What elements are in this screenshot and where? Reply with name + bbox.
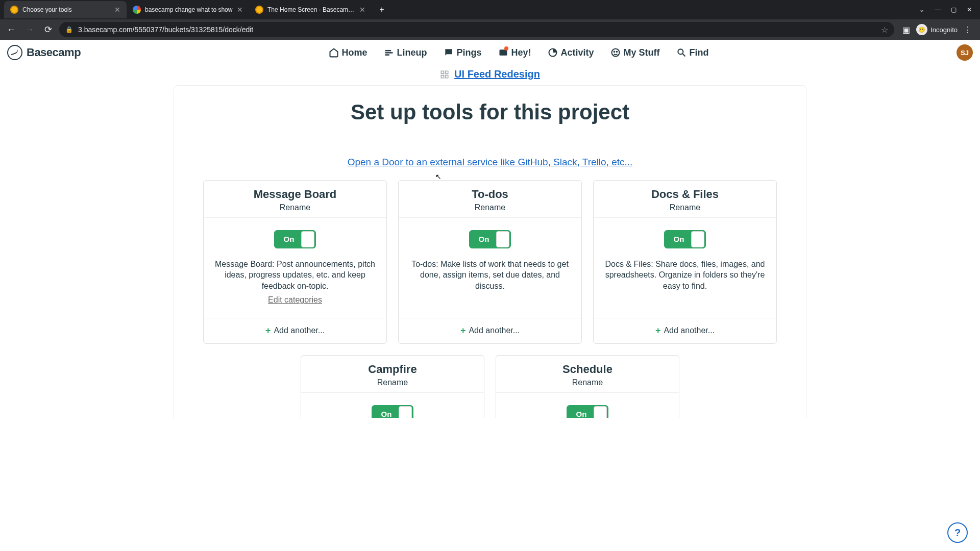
nav-find[interactable]: Find — [676, 47, 709, 58]
app-header: Basecamp Home Lineup Pings Hey! A — [0, 40, 980, 65]
toggle-label: On — [372, 410, 399, 418]
toggle-on[interactable]: On — [664, 230, 706, 248]
incognito-badge[interactable]: 😶 Incognito — [916, 24, 958, 35]
browser-chrome: Choose your tools ✕ basecamp change what… — [0, 0, 980, 40]
tab-1[interactable]: basecamp change what to show ✕ — [127, 1, 249, 18]
avatar[interactable]: SJ — [957, 44, 973, 61]
breadcrumb[interactable]: UI Feed Redesign — [440, 68, 540, 80]
kebab-menu-icon[interactable]: ⋮ — [964, 25, 972, 35]
tool-body: On Campfire: Chat casually with the grou… — [301, 393, 484, 418]
tool-desc: Docs & Files: Share docs, files, images,… — [605, 259, 765, 292]
maximize-icon[interactable]: ▢ — [951, 6, 957, 13]
svg-point-5 — [611, 49, 619, 57]
add-another-button[interactable]: + Add another... — [399, 318, 581, 343]
toggle-on[interactable]: On — [274, 230, 316, 248]
edit-categories-link[interactable]: Edit categories — [215, 295, 375, 305]
nav-home[interactable]: Home — [329, 47, 368, 58]
main-nav: Home Lineup Pings Hey! Activity My S — [329, 47, 709, 58]
svg-point-6 — [614, 52, 615, 53]
close-window-icon[interactable]: ✕ — [967, 6, 972, 13]
notification-dot — [504, 46, 508, 51]
toggle-on[interactable]: On — [567, 405, 608, 418]
toggle-label: On — [567, 410, 594, 418]
rename-button[interactable]: Rename — [496, 378, 679, 387]
svg-rect-3 — [499, 49, 507, 56]
window-controls: ⌄ — ▢ ✕ — [919, 6, 980, 13]
basecamp-logo-icon — [7, 45, 22, 60]
address-bar: ← → ⟳ 🔒 3.basecamp.com/5550377/buckets/3… — [0, 19, 980, 40]
tool-body: On Schedule: Set important dates on a sh… — [496, 393, 679, 418]
tab-dropdown-icon[interactable]: ⌄ — [919, 6, 924, 13]
close-icon[interactable]: ✕ — [114, 6, 120, 14]
tool-title: Campfire — [301, 363, 484, 376]
open-door-link[interactable]: Open a Door to an external service like … — [174, 139, 806, 180]
tab-title: The Home Screen - Basecamp He — [267, 6, 355, 13]
star-icon[interactable]: ☆ — [881, 25, 888, 35]
reload-button[interactable]: ⟳ — [41, 22, 55, 37]
url-text: 3.basecamp.com/5550377/buckets/31325815/… — [78, 26, 876, 34]
nav-pings[interactable]: Pings — [444, 47, 482, 58]
extensions-icon[interactable]: ▣ — [902, 25, 910, 35]
tool-title: Docs & Files — [594, 188, 776, 201]
tool-head: Docs & Files Rename — [594, 181, 776, 218]
tool-title: Message Board — [204, 188, 386, 201]
svg-rect-2 — [385, 54, 389, 56]
tool-desc: To-dos: Make lists of work that needs to… — [410, 259, 570, 292]
svg-rect-10 — [441, 71, 444, 73]
toggle-label: On — [665, 235, 691, 243]
rename-button[interactable]: Rename — [399, 203, 581, 212]
back-button[interactable]: ← — [4, 22, 18, 37]
tool-body: On Docs & Files: Share docs, files, imag… — [594, 218, 776, 318]
rename-button[interactable]: Rename — [204, 203, 386, 212]
tool-todos: To-dos Rename On To-dos: Make lists of w… — [398, 180, 582, 344]
card-page: Set up tools for this project Open a Doo… — [174, 85, 806, 418]
nav-activity[interactable]: Activity — [548, 47, 594, 58]
svg-line-9 — [682, 54, 685, 57]
nav-hey[interactable]: Hey! — [498, 47, 531, 58]
toolbar-right: ▣ 😶 Incognito ⋮ — [898, 24, 976, 35]
page-content: UI Feed Redesign Set up tools for this p… — [174, 65, 806, 418]
toggle-handle — [301, 231, 314, 247]
incognito-icon: 😶 — [916, 24, 927, 35]
tool-schedule: Schedule Rename On Schedule: Set importa… — [496, 355, 679, 418]
tab-bar: Choose your tools ✕ basecamp change what… — [0, 0, 980, 19]
pings-icon — [444, 47, 454, 58]
toggle-handle — [594, 406, 607, 418]
toggle-handle — [496, 231, 509, 247]
nav-mystuff[interactable]: My Stuff — [610, 47, 660, 58]
tool-title: To-dos — [399, 188, 581, 201]
toggle-on[interactable]: On — [469, 230, 511, 248]
home-icon — [329, 47, 339, 58]
logo[interactable]: Basecamp — [7, 45, 81, 60]
close-icon[interactable]: ✕ — [237, 6, 243, 14]
lineup-icon — [384, 47, 394, 58]
tools-row-2: Campfire Rename On Campfire: Chat casual… — [174, 355, 806, 418]
nav-lineup[interactable]: Lineup — [384, 47, 427, 58]
url-field[interactable]: 🔒 3.basecamp.com/5550377/buckets/3132581… — [59, 22, 894, 37]
forward-button[interactable]: → — [22, 22, 37, 37]
new-tab-button[interactable]: + — [375, 3, 389, 17]
tool-head: Campfire Rename — [301, 356, 484, 393]
close-icon[interactable]: ✕ — [359, 6, 365, 14]
svg-point-8 — [678, 49, 683, 54]
plus-icon: + — [265, 325, 271, 336]
rename-button[interactable]: Rename — [301, 378, 484, 387]
mystuff-icon — [610, 47, 621, 58]
add-another-button[interactable]: + Add another... — [594, 318, 776, 343]
tab-2[interactable]: The Home Screen - Basecamp He ✕ — [249, 1, 372, 18]
logo-text: Basecamp — [27, 46, 81, 59]
minimize-icon[interactable]: — — [935, 6, 941, 13]
toggle-on[interactable]: On — [372, 405, 413, 418]
favicon-basecamp — [10, 6, 18, 14]
tab-title: basecamp change what to show — [145, 6, 233, 13]
page-title: Set up tools for this project — [174, 86, 806, 139]
tool-title: Schedule — [496, 363, 679, 376]
tool-head: Schedule Rename — [496, 356, 679, 393]
toggle-label: On — [470, 235, 496, 243]
add-another-button[interactable]: + Add another... — [204, 318, 386, 343]
tool-body: On To-dos: Make lists of work that needs… — [399, 218, 581, 318]
tab-0[interactable]: Choose your tools ✕ — [4, 1, 127, 18]
rename-button[interactable]: Rename — [594, 203, 776, 212]
activity-icon — [548, 47, 558, 58]
svg-rect-1 — [385, 52, 393, 54]
